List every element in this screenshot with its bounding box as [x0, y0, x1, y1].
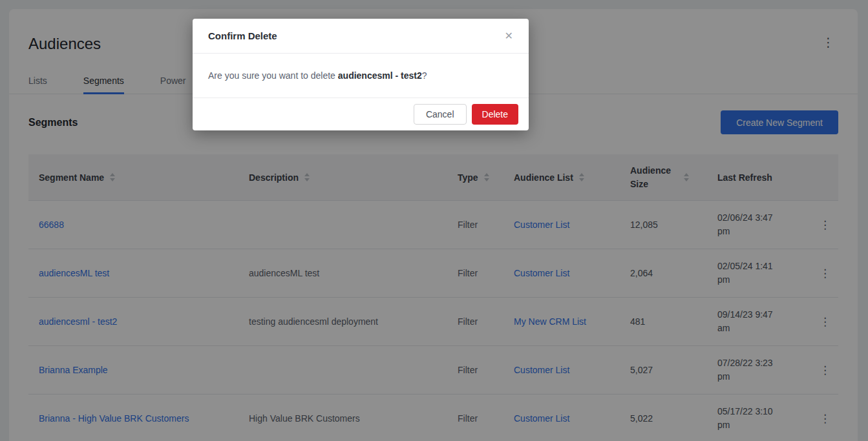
modal-footer: Cancel Delete [193, 98, 529, 130]
modal-header: Confirm Delete ✕ [193, 19, 529, 54]
modal-title: Confirm Delete [208, 30, 277, 41]
target-segment-name: audiencesml - test2 [338, 70, 422, 81]
delete-button[interactable]: Delete [472, 104, 518, 125]
message-prefix: Are you sure you want to delete [208, 70, 338, 81]
message-suffix: ? [422, 70, 427, 81]
close-icon[interactable]: ✕ [502, 28, 516, 43]
cancel-button[interactable]: Cancel [414, 104, 467, 125]
modal-message: Are you sure you want to delete audience… [193, 54, 529, 98]
confirm-delete-modal: Confirm Delete ✕ Are you sure you want t… [193, 19, 529, 130]
